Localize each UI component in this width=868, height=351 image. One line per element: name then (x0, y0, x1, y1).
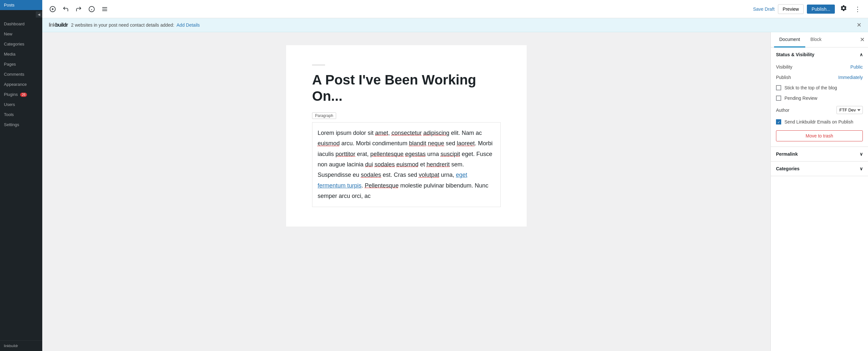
content-area: A Post I've Been Working On... Paragraph… (42, 32, 868, 351)
info-button[interactable] (87, 4, 97, 14)
tab-document[interactable]: Document (774, 32, 805, 47)
toolbar-left (48, 4, 753, 14)
send-emails-row: Send Linkbuildr Emails on Publish (776, 117, 863, 127)
sidebar-item-pages[interactable]: Pages (0, 59, 42, 69)
notice-close-button[interactable]: ✕ (857, 22, 862, 29)
toolbar: Save Draft Preview Publish... ⋮ (42, 0, 868, 18)
sidebar-item-posts[interactable]: Posts (0, 0, 42, 10)
list-view-button[interactable] (99, 4, 110, 14)
stick-to-top-checkbox[interactable] (776, 85, 781, 90)
panel-tabs: Document Block ✕ (771, 32, 868, 47)
notice-add-details-link[interactable]: Add Details (177, 23, 200, 28)
visibility-value[interactable]: Public (850, 64, 863, 69)
sidebar: Posts ◀ Dashboard New Categories Media P… (0, 0, 42, 351)
save-draft-button[interactable]: Save Draft (753, 6, 774, 12)
author-select[interactable]: FTF Dev (836, 106, 863, 114)
permalink-section: Permalink (771, 147, 868, 162)
status-visibility-header[interactable]: Status & Visibility (771, 47, 868, 62)
sidebar-item-plugins[interactable]: Plugins 26 (0, 89, 42, 99)
status-visibility-section: Status & Visibility Visibility Public Pu… (771, 47, 868, 147)
undo-button[interactable] (60, 4, 71, 14)
more-options-button[interactable]: ⋮ (852, 3, 863, 15)
pending-review-checkbox[interactable] (776, 96, 781, 101)
paragraph-label: Paragraph (312, 113, 336, 119)
sidebar-item-new[interactable]: New (0, 29, 42, 39)
sidebar-item-tools[interactable]: Tools (0, 109, 42, 120)
send-emails-checkbox[interactable] (776, 119, 781, 125)
sidebar-item-appearance[interactable]: Appearance (0, 79, 42, 89)
sidebar-collapse-button[interactable]: ◀ (36, 11, 42, 18)
publish-value[interactable]: Immediately (838, 75, 863, 80)
title-divider (312, 65, 325, 65)
sidebar-item-categories[interactable]: Categories (0, 39, 42, 49)
move-to-trash-button[interactable]: Move to trash (776, 130, 863, 141)
redo-button[interactable] (73, 4, 84, 14)
notice-logo: linkbuildr (49, 22, 68, 28)
sidebar-item-users[interactable]: Users (0, 99, 42, 109)
status-visibility-content: Visibility Public Publish Immediately St… (771, 62, 868, 147)
pending-review-row: Pending Review (776, 93, 863, 103)
categories-chevron (860, 166, 863, 171)
categories-header[interactable]: Categories (771, 162, 868, 176)
publish-button[interactable]: Publish... (807, 5, 835, 14)
visibility-row: Visibility Public (776, 62, 863, 72)
sidebar-item-settings[interactable]: Settings (0, 120, 42, 130)
categories-section: Categories (771, 162, 868, 176)
status-visibility-chevron (860, 52, 863, 57)
permalink-chevron (860, 152, 863, 157)
panel-close-button[interactable]: ✕ (860, 36, 865, 43)
settings-button[interactable] (838, 3, 849, 15)
notice-text: 2 websites in your post need contact det… (71, 23, 854, 28)
sidebar-item-dashboard[interactable]: Dashboard (0, 19, 42, 29)
sidebar-item-media[interactable]: Media (0, 49, 42, 59)
sidebar-brand: linkbuildr (0, 340, 42, 351)
checkmark-icon (777, 120, 780, 125)
publish-row: Publish Immediately (776, 72, 863, 83)
sidebar-item-comments[interactable]: Comments (0, 69, 42, 79)
editor-wrapper: Save Draft Preview Publish... ⋮ linkbuil… (42, 0, 868, 351)
notice-bar: linkbuildr 2 websites in your post need … (42, 18, 868, 32)
editor-canvas[interactable]: A Post I've Been Working On... Paragraph… (42, 32, 771, 351)
toolbar-right: Save Draft Preview Publish... ⋮ (753, 3, 863, 15)
post-title[interactable]: A Post I've Been Working On... (312, 72, 501, 105)
post-content[interactable]: Lorem ipsum dolor sit amet, consectetur … (312, 122, 501, 207)
tab-block[interactable]: Block (805, 32, 827, 47)
preview-button[interactable]: Preview (778, 4, 804, 14)
plugins-badge: 26 (20, 93, 27, 97)
post-body: Lorem ipsum dolor sit amet, consectetur … (318, 128, 495, 201)
editor-inner: A Post I've Been Working On... Paragraph… (286, 45, 527, 226)
author-row: Author FTF Dev (776, 103, 863, 117)
stick-to-top-row: Stick to the top of the blog (776, 83, 863, 93)
permalink-header[interactable]: Permalink (771, 147, 868, 161)
right-panel: Document Block ✕ Status & Visibility Vis… (771, 32, 868, 351)
add-block-button[interactable] (48, 4, 58, 14)
